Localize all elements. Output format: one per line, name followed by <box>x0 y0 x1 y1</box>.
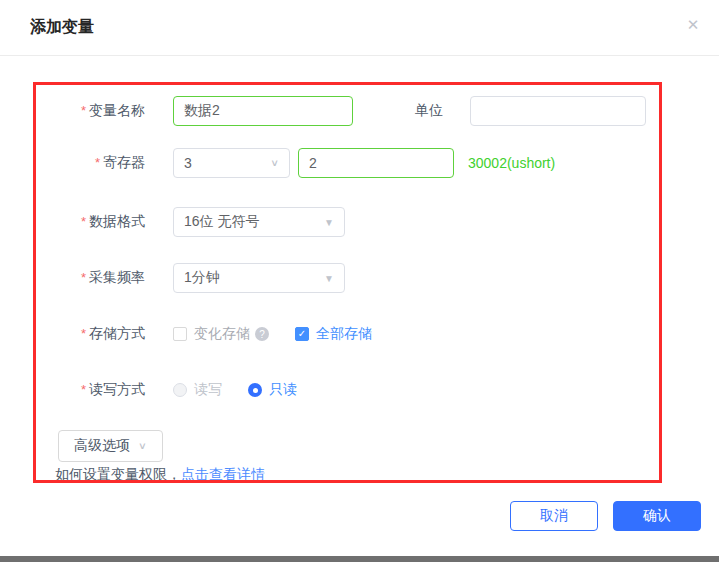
storage-mode-label-text: 存储方式 <box>89 325 145 341</box>
change-storage-label[interactable]: 变化存储 <box>194 325 250 343</box>
required-marker: * <box>81 326 86 341</box>
permission-detail-link[interactable]: 点击查看详情 <box>181 466 265 482</box>
register-type-select[interactable]: 3 ∨ <box>173 148 290 178</box>
read-write-radio <box>173 383 187 397</box>
read-write-label: 读写 <box>194 381 222 399</box>
dialog-title: 添加变量 <box>30 17 94 38</box>
unit-label: 单位 <box>415 102 443 120</box>
permission-hint-text: 如何设置变量权限， <box>55 466 181 482</box>
form-row-data-format: *数据格式 16位 无符号 ▼ <box>0 207 345 237</box>
read-only-label[interactable]: 只读 <box>269 381 297 399</box>
register-label: *寄存器 <box>0 154 145 172</box>
all-storage-checkbox[interactable]: ✓ <box>295 327 309 341</box>
rw-mode-label-text: 读写方式 <box>89 381 145 397</box>
advanced-options-button[interactable]: 高级选项 ∨ <box>58 430 163 462</box>
unit-input[interactable] <box>470 96 646 126</box>
form-row-rw-mode: *读写方式 读写 只读 <box>0 375 297 405</box>
close-icon[interactable]: ✕ <box>682 14 704 36</box>
variable-name-label: *变量名称 <box>0 102 145 120</box>
form-row-register: *寄存器 3 ∨ 30002(ushort) <box>0 148 555 178</box>
required-marker: * <box>95 155 100 170</box>
variable-name-label-text: 变量名称 <box>89 102 145 118</box>
register-label-text: 寄存器 <box>103 154 145 170</box>
sample-rate-label: *采集频率 <box>0 269 145 287</box>
confirm-button[interactable]: 确认 <box>613 501 701 531</box>
data-format-value: 16位 无符号 <box>184 213 259 231</box>
background-window-bar <box>0 556 719 562</box>
caret-down-icon: ▼ <box>324 217 334 228</box>
rw-mode-label: *读写方式 <box>0 381 145 399</box>
register-address-input[interactable] <box>298 148 454 178</box>
register-hint: 30002(ushort) <box>468 155 555 171</box>
change-storage-checkbox[interactable] <box>173 327 187 341</box>
required-marker: * <box>81 270 86 285</box>
all-storage-label[interactable]: 全部存储 <box>316 325 372 343</box>
dialog-header: 添加变量 ✕ <box>0 0 719 56</box>
cancel-button[interactable]: 取消 <box>510 501 598 531</box>
sample-rate-select[interactable]: 1分钟 ▼ <box>173 263 345 293</box>
sample-rate-label-text: 采集频率 <box>89 269 145 285</box>
required-marker: * <box>81 103 86 118</box>
data-format-label: *数据格式 <box>0 213 145 231</box>
register-type-value: 3 <box>184 155 192 171</box>
variable-name-input[interactable] <box>173 96 353 126</box>
read-only-radio[interactable] <box>248 383 262 397</box>
sample-rate-value: 1分钟 <box>184 269 220 287</box>
caret-down-icon: ▼ <box>324 273 334 284</box>
chevron-down-icon: ∨ <box>270 157 279 168</box>
data-format-label-text: 数据格式 <box>89 213 145 229</box>
chevron-down-icon: ∨ <box>138 440 147 451</box>
check-icon: ✓ <box>298 329 306 339</box>
form-row-variable-name: *变量名称 单位 <box>0 96 646 126</box>
storage-mode-label: *存储方式 <box>0 325 145 343</box>
form-row-storage-mode: *存储方式 变化存储 ? ✓ 全部存储 <box>0 319 372 349</box>
help-icon[interactable]: ? <box>255 327 269 341</box>
form-row-sample-rate: *采集频率 1分钟 ▼ <box>0 263 345 293</box>
required-marker: * <box>81 214 86 229</box>
permission-hint: 如何设置变量权限，点击查看详情 <box>55 466 265 486</box>
data-format-select[interactable]: 16位 无符号 ▼ <box>173 207 345 237</box>
required-marker: * <box>81 382 86 397</box>
radio-dot <box>253 388 258 393</box>
add-variable-form: *变量名称 单位 *寄存器 3 ∨ 30002(ushort) *数据格式 16… <box>0 82 719 502</box>
advanced-options-label: 高级选项 <box>74 437 130 455</box>
